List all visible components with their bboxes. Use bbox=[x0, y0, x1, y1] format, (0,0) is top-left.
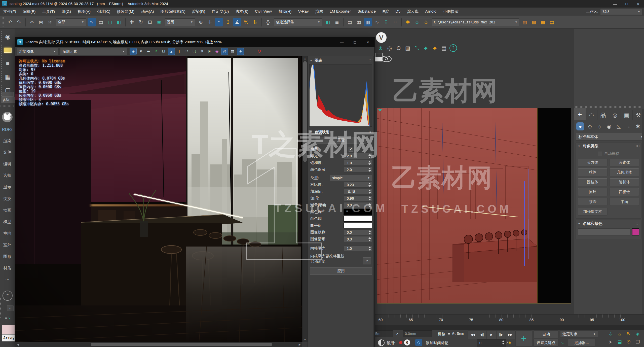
contrast-spinner[interactable]: 0.23 bbox=[344, 182, 372, 188]
lock-view-icon[interactable]: ◈ bbox=[130, 48, 137, 55]
save-image-icon[interactable]: ▼ bbox=[138, 48, 144, 54]
folder-link-icon[interactable]: ▩ bbox=[539, 18, 547, 26]
menu-item[interactable]: 小图快渲 bbox=[440, 9, 462, 14]
time-configuration-icon[interactable]: ◔✱ bbox=[505, 339, 511, 345]
schematic-view-icon[interactable]: ↧ bbox=[382, 18, 390, 26]
menu-item[interactable]: 帮助(H) bbox=[275, 9, 295, 14]
vertical-scroll-thumb[interactable] bbox=[303, 61, 307, 162]
menu-item[interactable]: 修改器(M) bbox=[113, 9, 138, 14]
viewport[interactable] bbox=[377, 108, 571, 303]
sidebar-item-shape[interactable]: 图形 bbox=[3, 254, 11, 259]
selection-filter-dropdown[interactable]: 全部▼ bbox=[56, 18, 86, 26]
close-button[interactable]: × bbox=[361, 37, 374, 47]
menu-item[interactable]: Arnold bbox=[422, 9, 440, 14]
angle-snap-icon[interactable]: ∡ bbox=[233, 18, 241, 26]
spinner-arrows-icon[interactable] bbox=[368, 237, 371, 241]
active-slot-icon[interactable] bbox=[1, 45, 14, 56]
tab-hierarchy[interactable]: 品 bbox=[597, 110, 609, 120]
render-production-icon[interactable]: ♨ bbox=[422, 18, 430, 26]
rectangular-selection-region-icon[interactable]: ▢ bbox=[106, 18, 114, 26]
window-crossing-icon[interactable]: ◧ bbox=[115, 18, 123, 26]
use-pivot-center-icon[interactable]: ⊕ bbox=[197, 18, 205, 26]
color-preserve-spinner[interactable]: 2.0 bbox=[344, 167, 372, 172]
add-time-tag[interactable]: 添加时间标记 bbox=[426, 341, 448, 345]
restart-render-icon[interactable]: ↻ bbox=[256, 48, 262, 54]
type-dropdown[interactable]: simple▼ bbox=[330, 175, 372, 181]
spheres-icon[interactable]: ʘ bbox=[394, 44, 403, 52]
render-setup-icon[interactable]: ✱ bbox=[404, 18, 412, 26]
set-keys-button[interactable]: + bbox=[515, 330, 532, 346]
menu-item[interactable]: 编辑(E) bbox=[19, 9, 39, 14]
toolbar-grip[interactable] bbox=[3, 17, 4, 27]
white-balance-swatch[interactable] bbox=[344, 223, 372, 228]
create-plane-button[interactable]: 平面 bbox=[610, 198, 639, 206]
ribbon-toggle-icon[interactable]: ▥ bbox=[364, 18, 372, 26]
horizontal-scroll-thumb[interactable] bbox=[91, 343, 272, 346]
save-all-icon[interactable]: ≣ bbox=[145, 48, 152, 54]
vertical-scrollbar[interactable]: ▲ ▼ bbox=[302, 56, 308, 342]
menu-item[interactable]: 脚本(S) bbox=[232, 9, 252, 14]
select-and-link-icon[interactable]: ∞ bbox=[28, 18, 36, 26]
record-dot-icon[interactable] bbox=[399, 341, 402, 344]
field-of-view-icon[interactable]: ≻ bbox=[606, 338, 615, 346]
lock-exposure-icon[interactable]: ◈ bbox=[237, 48, 244, 55]
tab-create[interactable]: + bbox=[574, 109, 586, 120]
tab-motion[interactable]: ◎ bbox=[609, 110, 621, 120]
key-filters-curve-icon[interactable]: ∿ bbox=[560, 340, 564, 346]
pan-icon[interactable]: ⬓ bbox=[615, 338, 624, 346]
spinner-arrows-icon[interactable] bbox=[368, 203, 371, 207]
walk-through-icon[interactable]: ☉ bbox=[624, 338, 633, 346]
minimize-button[interactable]: — bbox=[335, 37, 348, 47]
pivot-target-icon[interactable]: ◎ bbox=[385, 44, 394, 52]
enable-checkbox[interactable]: ✔ bbox=[349, 147, 353, 152]
black-tone-swatch[interactable] bbox=[344, 209, 372, 215]
menu-item[interactable]: Substance bbox=[354, 9, 379, 14]
object-color-swatch[interactable] bbox=[632, 228, 639, 235]
menu-item[interactable]: 溜云库 bbox=[404, 9, 422, 14]
vignette-spinner[interactable]: 0.0 bbox=[344, 202, 372, 208]
sidebar-item-animation[interactable]: 动画 bbox=[3, 208, 11, 213]
play-button[interactable]: ▶ bbox=[487, 330, 496, 339]
poly-flyout-top[interactable] bbox=[2, 92, 14, 97]
zoom-icon[interactable]: ⇳ bbox=[606, 330, 615, 338]
help-button[interactable]: ? bbox=[363, 257, 371, 264]
checker-icon[interactable]: ▦ bbox=[229, 48, 236, 54]
select-and-scale-icon[interactable]: ⊡ bbox=[146, 18, 154, 26]
named-selection-sets-field[interactable]: 创建选择集▼ bbox=[274, 18, 322, 26]
category-cameras-icon[interactable]: ◉ bbox=[605, 122, 613, 130]
minimize-button[interactable]: — bbox=[609, 0, 621, 8]
gamma-spinner[interactable]: 0.96 bbox=[344, 195, 372, 201]
target-select-icon[interactable]: ⊕ bbox=[376, 44, 385, 52]
region-render-icon[interactable]: ▢ bbox=[191, 48, 198, 54]
poly-flyout[interactable]: 多边 bbox=[2, 92, 16, 103]
menu-item[interactable]: 工具(T) bbox=[39, 9, 58, 14]
panel-scrollbar[interactable] bbox=[373, 56, 374, 347]
sidebar-item-file[interactable]: 文件 bbox=[3, 150, 11, 155]
create-teapot-button[interactable]: 茶壶 bbox=[578, 198, 608, 206]
sidebar-item-exterior[interactable]: 室外 bbox=[3, 242, 11, 248]
listener-grip[interactable] bbox=[0, 296, 1, 318]
maximize-viewport-icon[interactable]: ❒ bbox=[633, 338, 642, 346]
swatch-half-icon[interactable] bbox=[375, 53, 383, 61]
key-count-badge[interactable]: 0 bbox=[404, 339, 410, 345]
go-to-end-button[interactable]: ▶▶| bbox=[506, 330, 515, 339]
menu-item[interactable]: 文件(F) bbox=[0, 9, 19, 14]
menu-item[interactable]: 渲染(R) bbox=[189, 9, 209, 14]
spinner-arrows-icon[interactable] bbox=[368, 230, 371, 235]
tab-modify[interactable]: ◠ bbox=[586, 110, 598, 120]
spinner-arrows-icon[interactable] bbox=[368, 196, 371, 201]
category-geometry-icon[interactable]: ● bbox=[576, 122, 584, 130]
sidebar-item-model[interactable]: 模型 bbox=[3, 219, 11, 225]
folder-settings-icon[interactable]: ▤ bbox=[548, 18, 556, 26]
vray-logo-icon[interactable]: V bbox=[376, 32, 387, 43]
menu-item[interactable]: LM Exporter bbox=[326, 9, 354, 14]
auto-key-button[interactable]: 自动 bbox=[534, 330, 559, 338]
select-and-manipulate-icon[interactable]: ✛ bbox=[206, 18, 214, 26]
menu-item[interactable]: 自定义(U) bbox=[208, 9, 232, 14]
spinner-arrows-icon[interactable] bbox=[368, 189, 371, 194]
create-box-button[interactable]: 长方体 bbox=[578, 159, 608, 166]
fstorm-title-bar[interactable]: 3 FStorm 实时渲染: 采样 513/1000, 时间 04:14/08:… bbox=[15, 37, 374, 47]
zoom-extents-icon[interactable]: ⌂ bbox=[615, 330, 624, 338]
project-path-field[interactable]: C:\Users\Admini…ts\3ds Max 202▼ bbox=[432, 18, 519, 26]
primitive-category-dropdown[interactable]: 标准基本体▼ bbox=[576, 133, 644, 141]
